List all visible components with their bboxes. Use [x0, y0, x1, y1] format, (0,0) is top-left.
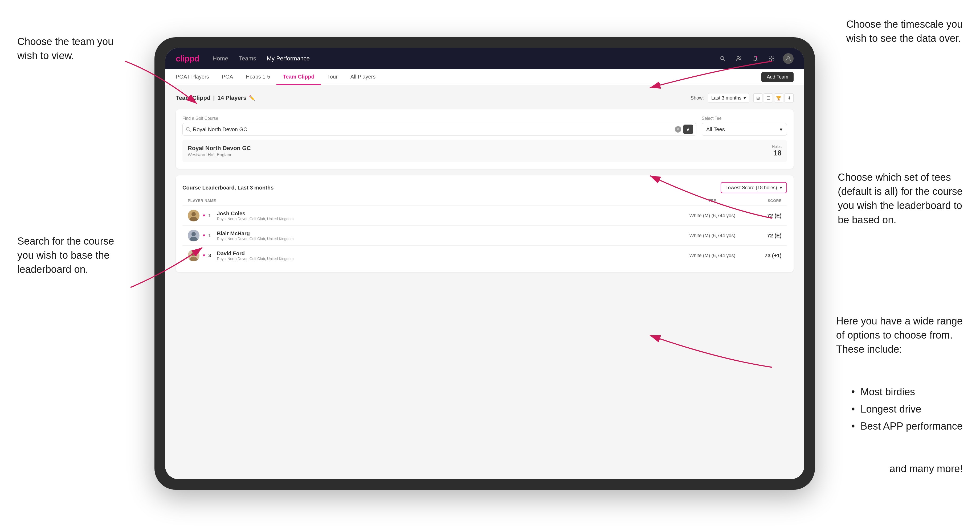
bell-icon[interactable]	[751, 54, 760, 63]
leaderboard-row: ♥ 1 Blair McHarg Royal North Devon Golf …	[182, 225, 787, 245]
score-type-dropdown[interactable]: Lowest Score (18 holes) ▾	[721, 182, 787, 193]
score-type-chevron-icon: ▾	[780, 185, 782, 190]
player-club-2: Royal North Devon Golf Club, United King…	[217, 237, 294, 241]
annotation-timescale: Choose the timescale youwish to see the …	[846, 17, 963, 46]
column-score: SCORE	[749, 198, 781, 203]
player-avatar-1	[188, 210, 199, 221]
course-location: Westward Ho!, England	[188, 152, 251, 157]
tee-label: Select Tee	[702, 116, 787, 121]
player-name-2: Blair McHarg	[217, 230, 294, 237]
leaderboard-title-text: Course Leaderboard,	[182, 185, 236, 190]
search-input-icon	[186, 127, 191, 132]
course-holes: Holes 18	[772, 144, 781, 157]
show-label: Show:	[690, 95, 704, 101]
annotation-tee-choice: Choose which set of tees(default is all)…	[838, 170, 963, 227]
tablet-frame: clippd Home Teams My Performance	[154, 37, 815, 490]
nav-teams[interactable]: Teams	[239, 55, 256, 62]
separator: |	[213, 94, 215, 102]
player-heart-icon-1: ♥	[203, 213, 205, 218]
player-avatar-3	[188, 250, 199, 261]
player-rank-1: 1	[208, 213, 214, 219]
player-club-3: Royal North Devon Golf Club, United King…	[217, 257, 294, 261]
svg-point-2	[737, 56, 739, 59]
add-team-button[interactable]: Add Team	[761, 72, 794, 82]
tee-value: All Tees	[706, 126, 725, 133]
holes-count: 18	[772, 149, 781, 157]
edit-icon[interactable]: ✏️	[249, 95, 255, 101]
star-button[interactable]: ★	[683, 125, 693, 134]
svg-line-1	[724, 59, 725, 61]
player-info-3: David Ford Royal North Devon Golf Club, …	[217, 251, 294, 261]
svg-point-10	[191, 212, 196, 216]
subnav-hcaps[interactable]: Hcaps 1-5	[239, 69, 277, 85]
subnav-pgat[interactable]: PGAT Players	[176, 69, 215, 85]
search-icon[interactable]	[718, 54, 727, 63]
subnav-pga[interactable]: PGA	[215, 69, 239, 85]
search-row: Find a Golf Course ✕ ★ Select Tee	[182, 116, 787, 136]
player-cell-1: ♥ 1 Josh Coles Royal North Devon Golf Cl…	[188, 210, 675, 221]
leaderboard-header: Course Leaderboard, Last 3 months Lowest…	[182, 182, 787, 193]
subnav-all-players[interactable]: All Players	[344, 69, 382, 85]
people-icon[interactable]	[734, 54, 744, 63]
course-search-field: Find a Golf Course ✕ ★	[182, 116, 696, 136]
tee-dropdown-chevron-icon: ▾	[780, 126, 783, 133]
player-cell-3: ♥ 3 David Ford Royal North Devon Golf Cl…	[188, 250, 675, 261]
svg-point-7	[186, 127, 189, 130]
list-view-icon[interactable]: ☰	[764, 94, 773, 103]
settings-icon[interactable]	[767, 54, 776, 63]
team-name: Team Clippd	[176, 94, 210, 102]
svg-point-12	[191, 232, 196, 237]
player-rank-3: 3	[208, 253, 214, 259]
and-more: and many more!	[889, 463, 963, 475]
team-header: Team Clippd | 14 Players ✏️ Show: Last 3…	[176, 93, 794, 103]
nav-my-performance[interactable]: My Performance	[267, 55, 310, 62]
subnav-team-clippd[interactable]: Team Clippd	[277, 69, 321, 85]
leaderboard-row: ♥ 1 Josh Coles Royal North Devon Golf Cl…	[182, 205, 787, 225]
svg-point-4	[756, 56, 757, 57]
view-icons: ⊞ ☰ 🏆 ⬇	[753, 94, 794, 103]
main-content: Team Clippd | 14 Players ✏️ Show: Last 3…	[165, 85, 804, 479]
leaderboard: Course Leaderboard, Last 3 months Lowest…	[176, 175, 794, 272]
player-name-1: Josh Coles	[217, 211, 294, 217]
sub-navigation: PGAT Players PGA Hcaps 1-5 Team Clippd T…	[165, 69, 804, 85]
leaderboard-columns: PLAYER NAME TEE SCORE	[182, 198, 787, 203]
trophy-icon[interactable]: 🏆	[774, 94, 783, 103]
tee-cell-2: White (M) (6,744 yds)	[675, 233, 749, 238]
player-club-1: Royal North Devon Golf Club, United King…	[217, 217, 294, 221]
score-cell-1: 72 (E)	[749, 213, 781, 219]
brand-logo: clippd	[176, 54, 199, 63]
svg-point-0	[721, 56, 724, 60]
tee-select-field: Select Tee All Tees ▾	[702, 116, 787, 136]
annotation-team-choice: Choose the team you wish to view.	[18, 35, 119, 63]
column-player: PLAYER NAME	[188, 198, 675, 203]
bullets: • Most birdies • Longest drive • Best AP…	[851, 383, 963, 435]
annotation-course-search: Search for the courseyou wish to base th…	[18, 234, 114, 277]
score-type-value: Lowest Score (18 holes)	[725, 185, 777, 190]
download-icon[interactable]: ⬇	[784, 94, 794, 103]
tee-cell-1: White (M) (6,744 yds)	[675, 213, 749, 219]
player-count: 14 Players	[218, 94, 247, 102]
tee-cell-3: White (M) (6,744 yds)	[675, 253, 749, 259]
leaderboard-row: ♥ 3 David Ford Royal North Devon Golf Cl…	[182, 245, 787, 265]
navbar-icons	[718, 53, 794, 64]
player-info-2: Blair McHarg Royal North Devon Golf Club…	[217, 230, 294, 241]
svg-point-14	[191, 252, 196, 256]
player-heart-icon-2: ♥	[203, 233, 205, 238]
course-search-input[interactable]	[193, 126, 673, 133]
player-avatar-2	[188, 230, 199, 241]
show-dropdown[interactable]: Last 3 months ▾	[708, 93, 749, 103]
user-avatar[interactable]	[783, 53, 794, 64]
course-info: Royal North Devon GC Westward Ho!, Engla…	[188, 145, 251, 157]
nav-home[interactable]: Home	[213, 55, 228, 62]
svg-point-3	[740, 57, 741, 58]
subnav-tour[interactable]: Tour	[321, 69, 344, 85]
tee-dropdown[interactable]: All Tees ▾	[702, 123, 787, 136]
player-info-1: Josh Coles Royal North Devon Golf Club, …	[217, 211, 294, 221]
show-value: Last 3 months	[711, 95, 741, 101]
team-title: Team Clippd | 14 Players ✏️	[176, 94, 255, 102]
holes-label: Holes	[772, 144, 781, 149]
player-heart-icon-3: ♥	[203, 253, 205, 258]
search-section: Find a Golf Course ✕ ★ Select Tee	[176, 110, 794, 169]
clear-search-button[interactable]: ✕	[675, 126, 681, 133]
grid-view-icon[interactable]: ⊞	[753, 94, 762, 103]
